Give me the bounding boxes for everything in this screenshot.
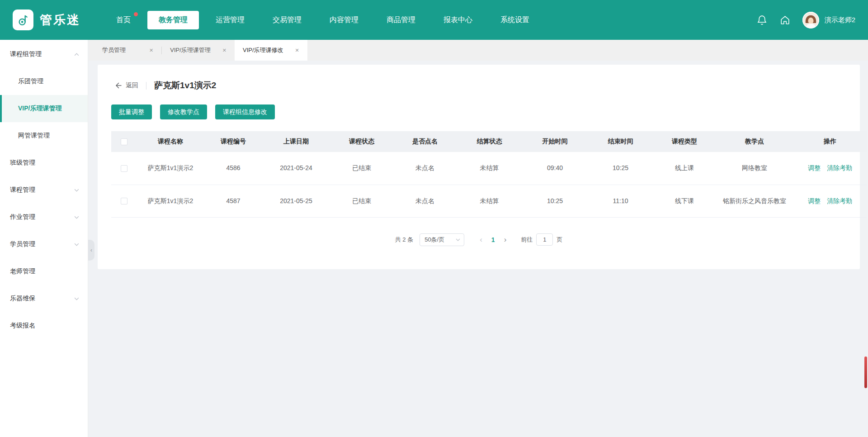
- page-header: 返回 萨克斯1v1演示2: [114, 80, 846, 91]
- main-nav: 首页 教务管理 运营管理 交易管理 内容管理 商品管理 报表中心 系统设置: [105, 11, 541, 29]
- nav-item-academic[interactable]: 教务管理: [147, 11, 199, 29]
- sidebar-item-band-mgmt[interactable]: 乐团管理: [0, 68, 88, 95]
- page-number[interactable]: 1: [491, 236, 495, 243]
- cell-course-status: 已结束: [330, 152, 393, 185]
- cell-class-date: 2021-05-24: [262, 152, 330, 185]
- sidebar-item-course-mgmt[interactable]: 课程管理: [0, 176, 88, 204]
- nav-item-products[interactable]: 商品管理: [375, 11, 427, 29]
- tab-student-mgmt[interactable]: 学员管理 ✕: [94, 40, 161, 61]
- next-page-button[interactable]: ›: [501, 236, 509, 243]
- chevron-down-icon: [74, 242, 80, 247]
- sidebar-item-class-mgmt[interactable]: 班级管理: [0, 149, 88, 176]
- cell-rollcall: 未点名: [393, 185, 457, 217]
- content-card: 返回 萨克斯1v1演示2 批量调整 修改教学点 课程组信息修改 课程名称 课程编…: [98, 65, 860, 269]
- batch-adjust-button[interactable]: 批量调整: [111, 104, 152, 119]
- table-row: 萨克斯1v1演示2 4586 2021-05-24 已结束 未点名 未结算 09…: [111, 152, 867, 185]
- cell-start-time: 09:40: [522, 152, 588, 185]
- tab-vip-theory-edit[interactable]: VIP/乐理课修改 ✕: [235, 40, 307, 61]
- sidebar-item-instrument-maintenance[interactable]: 乐器维保: [0, 285, 88, 312]
- course-table: 课程名称 课程编号 上课日期 课程状态 是否点名 结算状态 开始时间 结束时间 …: [111, 131, 867, 218]
- table-header-row: 课程名称 课程编号 上课日期 课程状态 是否点名 结算状态 开始时间 结束时间 …: [111, 131, 867, 152]
- cell-settlement: 未结算: [457, 152, 522, 185]
- adjust-link[interactable]: 调整: [808, 164, 821, 171]
- user-name[interactable]: 演示老师2: [825, 16, 855, 24]
- toolbar: 批量调整 修改教学点 课程组信息修改: [111, 104, 846, 119]
- col-course-code: 课程编号: [204, 131, 262, 152]
- goto-page-input[interactable]: [536, 233, 553, 246]
- nav-item-home[interactable]: 首页: [105, 11, 142, 29]
- col-rollcall: 是否点名: [393, 131, 457, 152]
- sidebar-item-homework-mgmt[interactable]: 作业管理: [0, 204, 88, 231]
- col-start-time: 开始时间: [522, 131, 588, 152]
- sidebar-collapse-handle[interactable]: ‹: [88, 240, 94, 261]
- cell-settlement: 未结算: [457, 185, 522, 217]
- sidebar: 课程组管理 乐团管理 VIP/乐理课管理 网管课管理 班级管理 课程管理 作业管…: [0, 40, 88, 437]
- arrow-left-icon: [114, 81, 123, 90]
- cell-course-type: 线下课: [653, 185, 716, 217]
- tab-bar: 学员管理 ✕ VIP/乐理课管理 ✕ VIP/乐理课修改 ✕: [89, 40, 868, 61]
- cell-course-code: 4587: [204, 185, 262, 217]
- row-checkbox[interactable]: [121, 165, 127, 172]
- cell-class-date: 2021-05-25: [262, 185, 330, 217]
- header-actions: 演示老师2: [756, 12, 855, 28]
- row-checkbox[interactable]: [121, 198, 127, 204]
- sidebar-item-teacher-mgmt[interactable]: 老师管理: [0, 258, 88, 285]
- nav-item-reports[interactable]: 报表中心: [432, 11, 484, 29]
- cell-course-name: 萨克斯1v1演示2: [137, 152, 204, 185]
- adjust-link[interactable]: 调整: [808, 197, 821, 204]
- sidebar-item-grade-exam[interactable]: 考级报名: [0, 312, 88, 339]
- sidebar-item-vip-theory[interactable]: VIP/乐理课管理: [0, 95, 88, 122]
- avatar[interactable]: [802, 12, 819, 28]
- nav-item-settings[interactable]: 系统设置: [489, 11, 541, 29]
- main-content: 返回 萨克斯1v1演示2 批量调整 修改教学点 课程组信息修改 课程名称 课程编…: [89, 61, 868, 437]
- bell-icon[interactable]: [756, 14, 768, 26]
- col-actions: 操作: [793, 131, 867, 152]
- clear-attendance-link[interactable]: 清除考勤: [827, 164, 852, 171]
- col-course-type: 课程类型: [653, 131, 716, 152]
- scrollbar-thumb[interactable]: [864, 356, 867, 388]
- nav-item-content[interactable]: 内容管理: [318, 11, 370, 29]
- app-header: 管乐迷 首页 教务管理 运营管理 交易管理 内容管理 商品管理 报表中心 系统设…: [0, 0, 868, 40]
- nav-item-transactions[interactable]: 交易管理: [261, 11, 313, 29]
- col-end-time: 结束时间: [588, 131, 653, 152]
- nav-item-operations[interactable]: 运营管理: [204, 11, 256, 29]
- chevron-down-icon: [74, 214, 80, 220]
- edit-course-group-info-button[interactable]: 课程组信息修改: [215, 104, 275, 119]
- tab-vip-theory-mgmt[interactable]: VIP/乐理课管理 ✕: [162, 40, 235, 61]
- chevron-down-icon: [455, 237, 461, 242]
- select-all-checkbox[interactable]: [121, 138, 127, 145]
- cell-rollcall: 未点名: [393, 152, 457, 185]
- cell-end-time: 11:10: [588, 185, 653, 217]
- sidebar-item-course-group[interactable]: 课程组管理: [0, 41, 88, 68]
- sidebar-item-student-mgmt[interactable]: 学员管理: [0, 231, 88, 258]
- col-settlement: 结算状态: [457, 131, 522, 152]
- cell-teaching-point: 网络教室: [716, 152, 793, 185]
- clear-attendance-link[interactable]: 清除考勤: [827, 197, 852, 204]
- sidebar-item-online-course[interactable]: 网管课管理: [0, 122, 88, 149]
- cell-end-time: 10:25: [588, 152, 653, 185]
- col-teaching-point: 教学点: [716, 131, 793, 152]
- col-course-name: 课程名称: [137, 131, 204, 152]
- page-size-select[interactable]: 50条/页: [420, 233, 464, 246]
- app-title: 管乐迷: [40, 12, 80, 28]
- home-icon[interactable]: [779, 14, 791, 26]
- chevron-down-icon: [74, 296, 80, 302]
- logo-icon: [13, 10, 33, 30]
- pagination: 共 2 条 50条/页 ‹ 1 › 前往 页: [111, 233, 846, 246]
- cell-teaching-point: 铭新街乐之风音乐教室: [716, 185, 793, 217]
- chevron-up-icon: [74, 52, 80, 57]
- goto-page: 前往 页: [521, 233, 562, 246]
- back-button[interactable]: 返回: [114, 81, 138, 90]
- edit-teaching-point-button[interactable]: 修改教学点: [160, 104, 207, 119]
- notification-dot: [134, 12, 138, 16]
- close-icon[interactable]: ✕: [149, 48, 153, 53]
- cell-course-code: 4586: [204, 152, 262, 185]
- prev-page-button[interactable]: ‹: [477, 236, 485, 243]
- close-icon[interactable]: ✕: [295, 48, 299, 53]
- col-course-status: 课程状态: [330, 131, 393, 152]
- page-title: 萨克斯1v1演示2: [154, 80, 216, 91]
- close-icon[interactable]: ✕: [222, 48, 226, 53]
- total-count: 共 2 条: [395, 236, 413, 244]
- cell-course-status: 已结束: [330, 185, 393, 217]
- chevron-down-icon: [74, 187, 80, 193]
